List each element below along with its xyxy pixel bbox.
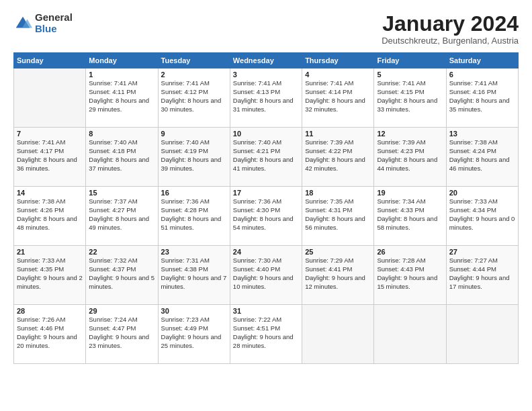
sunset-label: Sunset: 4:19 PM	[161, 147, 208, 154]
day-number: 29	[89, 307, 154, 315]
day-number: 8	[89, 130, 154, 138]
sunset-label: Sunset: 4:28 PM	[161, 206, 208, 214]
sunrise-label: Sunrise: 7:28 AM	[377, 257, 425, 264]
sunrise-label: Sunrise: 7:38 AM	[17, 197, 65, 205]
day-info: Sunrise: 7:41 AM Sunset: 4:16 PM Dayligh…	[449, 79, 515, 113]
calendar-cell: 20 Sunrise: 7:33 AM Sunset: 4:34 PM Dayl…	[446, 187, 518, 246]
day-info: Sunrise: 7:41 AM Sunset: 4:14 PM Dayligh…	[305, 79, 371, 113]
day-number: 15	[89, 189, 154, 197]
daylight-label: Daylight: 8 hours and 35 minutes.	[449, 97, 510, 113]
day-info: Sunrise: 7:41 AM Sunset: 4:12 PM Dayligh…	[161, 79, 227, 113]
day-info: Sunrise: 7:36 AM Sunset: 4:30 PM Dayligh…	[233, 197, 299, 232]
sunset-label: Sunset: 4:41 PM	[305, 265, 352, 273]
col-friday: Friday	[374, 53, 446, 68]
sunrise-label: Sunrise: 7:41 AM	[17, 138, 65, 146]
day-info: Sunrise: 7:35 AM Sunset: 4:31 PM Dayligh…	[305, 197, 371, 232]
day-info: Sunrise: 7:39 AM Sunset: 4:22 PM Dayligh…	[305, 138, 371, 173]
day-info: Sunrise: 7:41 AM Sunset: 4:11 PM Dayligh…	[89, 79, 154, 113]
sunset-label: Sunset: 4:24 PM	[449, 147, 496, 154]
logo-icon	[13, 14, 32, 33]
calendar-cell: 18 Sunrise: 7:35 AM Sunset: 4:31 PM Dayl…	[302, 187, 374, 246]
calendar-cell	[302, 305, 374, 364]
header: General Blue January 2024 Deutschkreutz,…	[13, 12, 519, 46]
daylight-label: Daylight: 9 hours and 12 minutes.	[305, 274, 365, 290]
day-info: Sunrise: 7:33 AM Sunset: 4:35 PM Dayligh…	[17, 257, 83, 291]
calendar-week-0: 1 Sunrise: 7:41 AM Sunset: 4:11 PM Dayli…	[14, 68, 519, 128]
day-number: 24	[233, 248, 299, 256]
day-info: Sunrise: 7:41 AM Sunset: 4:15 PM Dayligh…	[377, 79, 443, 113]
daylight-label: Daylight: 8 hours and 32 minutes.	[305, 97, 365, 113]
daylight-label: Daylight: 8 hours and 51 minutes.	[161, 215, 222, 231]
sunset-label: Sunset: 4:13 PM	[233, 88, 280, 95]
day-info: Sunrise: 7:32 AM Sunset: 4:37 PM Dayligh…	[89, 257, 154, 291]
day-number: 26	[377, 248, 443, 256]
daylight-label: Daylight: 8 hours and 41 minutes.	[233, 156, 294, 172]
sunrise-label: Sunrise: 7:22 AM	[233, 316, 281, 323]
sunrise-label: Sunrise: 7:41 AM	[161, 79, 210, 87]
calendar-cell: 12 Sunrise: 7:39 AM Sunset: 4:23 PM Dayl…	[374, 128, 446, 187]
day-info: Sunrise: 7:41 AM Sunset: 4:13 PM Dayligh…	[233, 79, 299, 113]
calendar-cell: 3 Sunrise: 7:41 AM Sunset: 4:13 PM Dayli…	[230, 68, 302, 128]
sunrise-label: Sunrise: 7:41 AM	[233, 79, 281, 87]
sunrise-label: Sunrise: 7:26 AM	[17, 316, 65, 323]
day-number: 10	[233, 130, 299, 138]
day-number: 30	[161, 307, 227, 315]
day-info: Sunrise: 7:26 AM Sunset: 4:46 PM Dayligh…	[17, 316, 83, 350]
sunrise-label: Sunrise: 7:41 AM	[305, 79, 353, 87]
day-info: Sunrise: 7:38 AM Sunset: 4:24 PM Dayligh…	[449, 138, 515, 173]
calendar-cell: 11 Sunrise: 7:39 AM Sunset: 4:22 PM Dayl…	[302, 128, 374, 187]
day-info: Sunrise: 7:40 AM Sunset: 4:19 PM Dayligh…	[161, 138, 227, 173]
daylight-label: Daylight: 8 hours and 49 minutes.	[89, 215, 149, 231]
day-info: Sunrise: 7:34 AM Sunset: 4:33 PM Dayligh…	[377, 197, 443, 232]
daylight-label: Daylight: 8 hours and 36 minutes.	[17, 156, 77, 172]
daylight-label: Daylight: 8 hours and 44 minutes.	[377, 156, 437, 172]
calendar-cell: 28 Sunrise: 7:26 AM Sunset: 4:46 PM Dayl…	[14, 305, 86, 364]
calendar-cell: 19 Sunrise: 7:34 AM Sunset: 4:33 PM Dayl…	[374, 187, 446, 246]
calendar-cell: 24 Sunrise: 7:30 AM Sunset: 4:40 PM Dayl…	[230, 246, 302, 305]
day-number: 9	[161, 130, 227, 138]
day-info: Sunrise: 7:36 AM Sunset: 4:28 PM Dayligh…	[161, 197, 227, 232]
daylight-label: Daylight: 9 hours and 28 minutes.	[233, 333, 294, 349]
calendar-week-1: 7 Sunrise: 7:41 AM Sunset: 4:17 PM Dayli…	[14, 128, 519, 187]
calendar-cell: 14 Sunrise: 7:38 AM Sunset: 4:26 PM Dayl…	[14, 187, 86, 246]
day-info: Sunrise: 7:22 AM Sunset: 4:51 PM Dayligh…	[233, 316, 299, 350]
day-info: Sunrise: 7:27 AM Sunset: 4:44 PM Dayligh…	[449, 257, 515, 291]
sunset-label: Sunset: 4:34 PM	[449, 206, 496, 214]
calendar-week-2: 14 Sunrise: 7:38 AM Sunset: 4:26 PM Dayl…	[14, 187, 519, 246]
sunset-label: Sunset: 4:16 PM	[449, 88, 496, 95]
sunset-label: Sunset: 4:51 PM	[233, 324, 280, 332]
calendar-cell: 31 Sunrise: 7:22 AM Sunset: 4:51 PM Dayl…	[230, 305, 302, 364]
daylight-label: Daylight: 8 hours and 56 minutes.	[305, 215, 365, 231]
sunset-label: Sunset: 4:31 PM	[305, 206, 352, 214]
day-number: 11	[305, 130, 371, 138]
calendar-cell: 13 Sunrise: 7:38 AM Sunset: 4:24 PM Dayl…	[446, 128, 518, 187]
sunset-label: Sunset: 4:26 PM	[17, 206, 64, 214]
sunset-label: Sunset: 4:30 PM	[233, 206, 280, 214]
calendar-cell	[446, 305, 518, 364]
sunrise-label: Sunrise: 7:31 AM	[161, 257, 210, 264]
day-number: 27	[449, 248, 515, 256]
day-number: 18	[305, 189, 371, 197]
sunset-label: Sunset: 4:33 PM	[377, 206, 424, 214]
calendar-cell: 16 Sunrise: 7:36 AM Sunset: 4:28 PM Dayl…	[158, 187, 230, 246]
col-monday: Monday	[86, 53, 158, 68]
daylight-label: Daylight: 8 hours and 37 minutes.	[89, 156, 149, 172]
sunrise-label: Sunrise: 7:35 AM	[305, 197, 353, 205]
calendar-cell: 22 Sunrise: 7:32 AM Sunset: 4:37 PM Dayl…	[86, 246, 158, 305]
day-number: 16	[161, 189, 227, 197]
sunset-label: Sunset: 4:47 PM	[89, 324, 136, 332]
daylight-label: Daylight: 9 hours and 10 minutes.	[233, 274, 294, 290]
daylight-label: Daylight: 9 hours and 7 minutes.	[161, 274, 227, 290]
sunrise-label: Sunrise: 7:30 AM	[233, 257, 281, 264]
sunset-label: Sunset: 4:43 PM	[377, 265, 424, 273]
sunrise-label: Sunrise: 7:23 AM	[161, 316, 210, 323]
calendar-cell: 4 Sunrise: 7:41 AM Sunset: 4:14 PM Dayli…	[302, 68, 374, 128]
sunrise-label: Sunrise: 7:32 AM	[89, 257, 137, 264]
sunrise-label: Sunrise: 7:36 AM	[233, 197, 281, 205]
sunrise-label: Sunrise: 7:40 AM	[161, 138, 210, 146]
day-info: Sunrise: 7:33 AM Sunset: 4:34 PM Dayligh…	[449, 197, 515, 232]
col-sunday: Sunday	[14, 53, 86, 68]
sunrise-label: Sunrise: 7:34 AM	[377, 197, 425, 205]
day-info: Sunrise: 7:31 AM Sunset: 4:38 PM Dayligh…	[161, 257, 227, 291]
logo-general-text: General	[35, 12, 73, 24]
